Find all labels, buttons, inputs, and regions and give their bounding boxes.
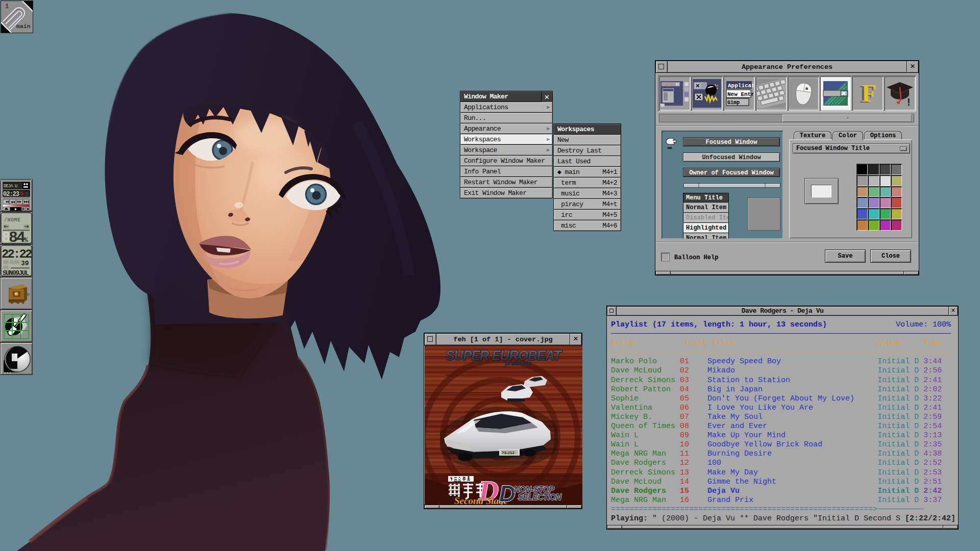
svg-text:presents: presents [504, 360, 531, 367]
svg-text:SELECTION: SELECTION [518, 492, 562, 502]
svg-text:Applicati: Applicati [728, 83, 753, 89]
svg-text:ALRM: ALRM [10, 260, 19, 264]
svg-text:SUN09JUL: SUN09JUL [3, 269, 29, 277]
svg-text:%: % [24, 236, 28, 244]
svg-text:84: 84 [9, 229, 26, 244]
svg-text:5: 5 [25, 191, 29, 197]
svg-text:New Entr: New Entr [727, 91, 753, 97]
svg-text:!: ! [907, 96, 911, 108]
svg-text:main: main [16, 23, 31, 30]
svg-text:1: 1 [5, 3, 9, 10]
svg-text:39: 39 [21, 260, 29, 267]
svg-text:AM: AM [4, 260, 8, 264]
svg-text:73-212: 73-212 [502, 450, 514, 455]
svg-text:02:23: 02:23 [3, 191, 19, 198]
svg-text:DEJA U: DEJA U [4, 184, 17, 189]
svg-text:SUPER EUROBEAT: SUPER EUROBEAT [446, 347, 562, 363]
svg-text:D: D [499, 481, 516, 505]
svg-text:22:22: 22:22 [2, 247, 32, 261]
svg-text:F: F [862, 80, 876, 107]
svg-text:Gimp: Gimp [727, 100, 740, 106]
svg-text:/HOME: /HOME [4, 217, 21, 223]
